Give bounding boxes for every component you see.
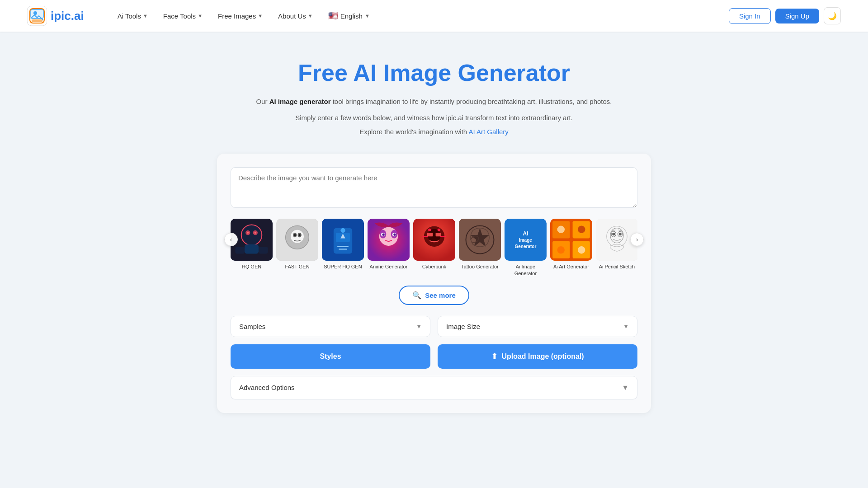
- language-chevron-icon: ▼: [365, 13, 370, 19]
- style-card-label-anime: Anime Generator: [370, 263, 408, 270]
- svg-point-4: [33, 11, 37, 15]
- svg-point-36: [393, 234, 396, 236]
- svg-point-45: [438, 229, 440, 231]
- style-card-fast-gen[interactable]: FAST GEN: [276, 219, 318, 277]
- image-size-dropdown[interactable]: Image Size ▼: [438, 316, 637, 337]
- style-card-ai-pencil[interactable]: Ai Pencil Sketch: [596, 219, 637, 277]
- carousel-prev-button[interactable]: ‹: [224, 233, 238, 246]
- nav-language[interactable]: 🇺🇸 English ▼: [322, 7, 376, 24]
- see-more-button[interactable]: 🔍 See more: [399, 286, 469, 305]
- style-card-ai-art[interactable]: Ai Art Generator: [550, 219, 592, 277]
- svg-rect-40: [427, 233, 433, 236]
- svg-rect-26: [337, 246, 349, 247]
- style-card-ai-image[interactable]: AI Image Generator Ai Image Generator: [505, 219, 547, 277]
- style-card-label-ai-image: Ai Image Generator: [505, 263, 547, 277]
- search-icon: 🔍: [412, 291, 421, 300]
- action-row: Styles ⬆ Upload Image (optional): [231, 344, 637, 369]
- svg-point-63: [618, 233, 621, 235]
- samples-dropdown[interactable]: Samples ▼: [231, 316, 430, 337]
- see-more-wrapper: 🔍 See more: [231, 286, 637, 305]
- svg-point-54: [578, 226, 585, 234]
- svg-point-35: [382, 234, 384, 236]
- svg-point-7: [241, 225, 262, 245]
- style-card-label-fast-gen: FAST GEN: [285, 263, 309, 270]
- svg-rect-14: [259, 247, 268, 253]
- upload-icon: ⬆: [491, 352, 498, 361]
- logo-text: ipic.ai: [51, 9, 84, 23]
- nav-about-us[interactable]: About Us ▼: [272, 9, 319, 23]
- advanced-options-row[interactable]: Advanced Options ▼: [231, 376, 637, 399]
- style-card-img-ai-art: [550, 219, 592, 261]
- style-card-label-cyberpunk: Cyberpunk: [422, 263, 446, 270]
- svg-point-25: [340, 228, 345, 233]
- style-card-label-tattoo: Tattoo Generator: [461, 263, 499, 270]
- hero-title: Free AI Image Generator: [217, 59, 651, 87]
- style-card-img-cyberpunk: [413, 219, 455, 261]
- style-card-img-anime: [368, 219, 410, 261]
- logo[interactable]: ipic.ai: [27, 6, 84, 26]
- carousel-next-button[interactable]: ›: [630, 233, 644, 246]
- hero-description-line2: Simply enter a few words below, and witn…: [217, 112, 651, 124]
- samples-chevron-icon: ▼: [416, 323, 422, 330]
- face-tools-chevron-icon: ▼: [198, 13, 203, 19]
- svg-point-21: [299, 234, 301, 236]
- svg-rect-12: [245, 244, 259, 254]
- flag-icon: 🇺🇸: [328, 11, 338, 21]
- style-card-label-ai-pencil: Ai Pencil Sketch: [599, 263, 635, 270]
- style-card-cyberpunk[interactable]: Cyberpunk: [413, 219, 455, 277]
- style-card-label-ai-art: Ai Art Generator: [553, 263, 589, 270]
- svg-rect-27: [339, 249, 347, 250]
- hero-bold: AI image generator: [269, 98, 331, 105]
- generator-box: ‹: [217, 154, 651, 413]
- nav-free-images[interactable]: Free Images ▼: [212, 9, 269, 23]
- style-card-super-hq-gen[interactable]: SUPER HQ GEN: [322, 219, 364, 277]
- hero-description-line1: Our AI image generator tool brings imagi…: [217, 96, 651, 108]
- style-card-label-super-hq-gen: SUPER HQ GEN: [324, 263, 362, 270]
- style-card-anime[interactable]: Anime Generator: [368, 219, 410, 277]
- svg-rect-41: [436, 233, 441, 236]
- svg-point-11: [255, 232, 256, 234]
- upload-image-button[interactable]: ⬆ Upload Image (optional): [438, 344, 637, 369]
- advanced-label: Advanced Options: [239, 384, 295, 391]
- svg-rect-13: [235, 247, 245, 253]
- svg-point-56: [578, 246, 585, 254]
- styles-button[interactable]: Styles: [231, 344, 430, 369]
- svg-point-44: [428, 229, 431, 231]
- sign-up-button[interactable]: Sign Up: [775, 9, 819, 23]
- nav-actions: Sign In Sign Up 🌙: [729, 7, 841, 24]
- theme-toggle-button[interactable]: 🌙: [824, 7, 841, 24]
- options-row: Samples ▼ Image Size ▼: [231, 316, 637, 337]
- svg-point-62: [612, 233, 615, 235]
- advanced-chevron-icon: ▼: [622, 384, 629, 392]
- sign-in-button[interactable]: Sign In: [729, 8, 771, 24]
- style-card-img-tattoo: [459, 219, 501, 261]
- style-carousel: ‹: [231, 219, 637, 277]
- carousel-track: HQ GEN: [231, 219, 637, 277]
- ai-tools-chevron-icon: ▼: [143, 13, 148, 19]
- prompt-textarea[interactable]: [231, 167, 637, 208]
- image-size-chevron-icon: ▼: [623, 323, 629, 330]
- style-card-tattoo[interactable]: Tattoo Generator: [459, 219, 501, 277]
- style-card-hq-gen[interactable]: HQ GEN: [231, 219, 273, 277]
- svg-point-53: [557, 226, 565, 234]
- free-images-chevron-icon: ▼: [258, 13, 263, 19]
- svg-point-10: [247, 232, 249, 234]
- hero-gallery-link-line: Explore the world's imagination with AI …: [217, 128, 651, 136]
- main-content: Free AI Image Generator Our AI image gen…: [208, 32, 660, 431]
- style-card-img-super-hq: [322, 219, 364, 261]
- style-card-img-ai-image: AI Image Generator: [505, 219, 547, 261]
- style-card-label-hq-gen: HQ GEN: [242, 263, 261, 270]
- logo-icon: [27, 6, 47, 26]
- nav-ai-tools[interactable]: Ai Tools ▼: [111, 9, 154, 23]
- moon-icon: 🌙: [828, 12, 837, 20]
- about-us-chevron-icon: ▼: [308, 13, 313, 19]
- svg-point-55: [557, 246, 565, 254]
- style-card-img-fast-gen: [276, 219, 318, 261]
- nav-face-tools[interactable]: Face Tools ▼: [157, 9, 209, 23]
- svg-rect-5: [32, 19, 42, 22]
- navbar: ipic.ai Ai Tools ▼ Face Tools ▼ Free Ima…: [0, 0, 868, 32]
- nav-links: Ai Tools ▼ Face Tools ▼ Free Images ▼ Ab…: [111, 7, 729, 24]
- svg-point-20: [294, 234, 296, 236]
- ai-art-gallery-link[interactable]: AI Art Gallery: [468, 128, 508, 136]
